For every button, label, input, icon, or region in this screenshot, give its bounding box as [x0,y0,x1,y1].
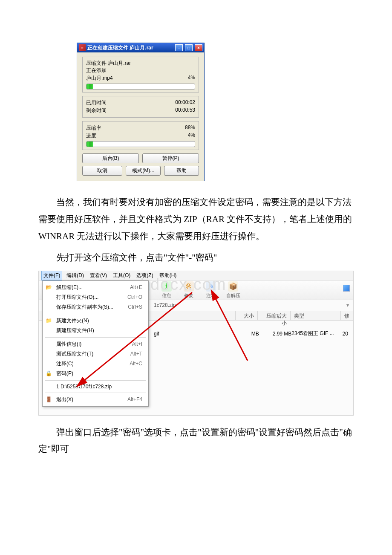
progress-value: 4% [188,132,195,139]
paragraph-2: 先打开这个压缩文件，点击"文件"-"密码" [38,249,354,266]
paragraph-1: 当然，我们有时要对没有加密的压缩文件设定密码，需要注意的是以下方法需要使用好压软… [38,194,354,245]
title-text: 正在创建压缩文件 庐山月.rar [87,44,173,52]
titlebar: ≡ 正在创建压缩文件 庐山月.rar – □ × [77,43,204,52]
file-group: 压缩文件 庐山月.rar 正在添加 庐山月.mp4 4% [82,57,199,92]
col-size[interactable]: 大小 [236,311,258,320]
paragraph-3: 弹出窗口后选择"密码"选项卡，点击"设置新的密码"设置好密码然后点击"确定"即可 [38,424,354,458]
menu-item[interactable]: 打开压缩文件(O)...Ctrl+O [43,292,148,302]
haozip-screenshot: www.bdocx.com 文件(F)编辑(D)查看(V)工具(O)选项(Z)帮… [38,271,354,416]
menu-item[interactable]: 🔒密码(P) [43,369,148,379]
menu-item[interactable]: 测试压缩文件(T)Alt+T [43,349,148,359]
background-button[interactable]: 后台(B) [82,153,139,163]
cancel-button[interactable]: 取消 [82,166,122,176]
archive-name-label: 压缩文件 庐山月.rar [86,60,195,67]
menu-separator [45,393,146,393]
col-type[interactable]: 类型 [291,311,341,320]
help-button[interactable]: 帮助 [164,166,199,176]
ratio-label: 压缩率 [86,124,101,132]
file-menu: 📂解压缩(E)...Alt+E打开压缩文件(O)...Ctrl+O保存压缩文件副… [42,280,149,407]
total-progressbar [86,141,195,147]
cell-size: MB [237,331,259,337]
menu-separator [45,337,146,338]
remaining-value: 00:00:53 [175,107,195,114]
menu-separator [45,314,146,314]
file-pct: 4% [188,75,195,82]
menu-item[interactable]: 1 D:\5258\170f1c728.zip [43,382,148,391]
mode-button[interactable]: 模式(M)... [126,166,161,176]
menu-item[interactable]: 注释(C)Alt+C [43,359,148,369]
adding-label: 正在添加 [86,67,195,74]
ratio-group: 压缩率 88% 进度 4% [82,121,199,150]
col-modified[interactable]: 修 [341,311,353,320]
menu-编辑[interactable]: 编辑(D) [65,271,86,280]
progress-label: 进度 [86,132,96,139]
winrar-icon: ≡ [79,44,86,51]
menu-item[interactable]: 保存压缩文件副本为(S)...Ctrl+S [43,302,148,312]
menu-separator [45,380,146,381]
time-group: 已用时间 00:00:02 剩余时间 00:00:53 [82,96,199,118]
minimize-button[interactable]: – [175,44,183,51]
col-csize[interactable]: 压缩后大小 [258,311,291,320]
file-progressbar [86,84,195,90]
cell-name: gif [154,331,237,337]
menu-item[interactable]: 属性信息(I)Alt+I [43,339,148,349]
menu-item[interactable]: 📂解压缩(E)...Alt+E [43,283,148,292]
pause-button[interactable]: 暂停(P) [142,153,199,163]
winrar-progress-dialog: ≡ 正在创建压缩文件 庐山月.rar – □ × 压缩文件 庐山月.rar 正在… [77,43,205,181]
ratio-value: 88% [185,124,195,132]
crumb-text: 1c728.zip [154,302,176,308]
elapsed-value: 00:00:02 [175,99,195,107]
cell-type: 2345看图王 GIF ... [291,330,342,337]
menu-item[interactable]: 新建压缩文件(H) [43,326,148,335]
menu-文件[interactable]: 文件(F) [41,271,62,280]
maximize-button[interactable]: □ [185,44,193,51]
view-toggle-icon[interactable] [343,285,350,292]
remaining-label: 剩余时间 [86,107,107,114]
menu-item[interactable]: 🚪退出(X)Alt+F4 [43,395,148,405]
cell-modified: 20 [342,331,353,337]
cell-csize: 2.99 MB [259,331,292,337]
crumb-chevron-icon[interactable]: ▾ [346,302,349,308]
close-button[interactable]: × [195,44,202,51]
menu-item[interactable]: 📁新建文件夹(N) [43,316,148,326]
elapsed-label: 已用时间 [86,99,107,107]
current-file: 庐山月.mp4 [86,75,113,82]
